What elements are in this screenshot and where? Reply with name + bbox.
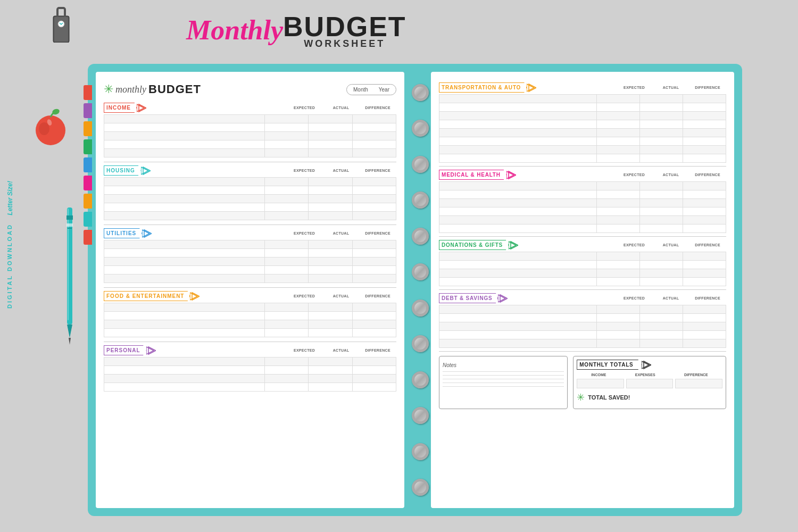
svg-rect-12 bbox=[66, 215, 73, 220]
housing-section: HOUSING EXPECTED ACTUAL DIFFERENCE bbox=[104, 165, 396, 220]
food-actual-col: ACTUAL bbox=[325, 294, 357, 298]
title-worksheet: WORKSHEET bbox=[283, 38, 406, 49]
table-row bbox=[439, 146, 726, 154]
income-difference-col: DIFFERENCE bbox=[359, 106, 396, 110]
svg-marker-20 bbox=[144, 230, 152, 237]
totals-header: MONTHLY TOTALS bbox=[577, 360, 722, 370]
total-saved-row: ✳ TOTAL SAVED! bbox=[577, 392, 722, 403]
table-row bbox=[439, 190, 726, 199]
page-header: ✳ monthly BUDGET Month Year bbox=[104, 82, 396, 96]
table-row bbox=[104, 257, 396, 266]
donations-difference-col: DIFFERENCE bbox=[689, 243, 726, 247]
ring bbox=[412, 120, 429, 137]
utilities-expected-col: EXPECTED bbox=[286, 231, 323, 235]
pen-decoration bbox=[64, 207, 73, 346]
food-label: FOOD & ENTERTAINMENT bbox=[104, 291, 190, 301]
table-row bbox=[104, 320, 396, 329]
svg-rect-14 bbox=[68, 228, 72, 229]
transport-difference-col: DIFFERENCE bbox=[689, 86, 726, 89]
donations-table bbox=[439, 252, 726, 286]
binder: ✳ monthly BUDGET Month Year INCOME EXPEC… bbox=[88, 64, 742, 516]
housing-expected-col: EXPECTED bbox=[286, 169, 323, 172]
tab-green bbox=[84, 139, 92, 154]
donations-actual-col: ACTUAL bbox=[655, 243, 687, 247]
table-row bbox=[104, 186, 396, 195]
svg-marker-18 bbox=[143, 167, 151, 174]
income-label: INCOME bbox=[104, 103, 137, 113]
transport-label: TRANSPORTATION & AUTO bbox=[439, 82, 527, 93]
utilities-section: UTILITIES EXPECTED ACTUAL DIFFERENCE bbox=[104, 228, 396, 283]
table-row bbox=[104, 132, 396, 140]
debt-expected-col: EXPECTED bbox=[616, 296, 653, 300]
table-row bbox=[104, 240, 396, 249]
table-row bbox=[104, 383, 396, 392]
bottom-row: Notes MONTHLY TOTALS INCOME EXPENSES DIF… bbox=[439, 356, 726, 409]
total-saved-label: TOTAL SAVED! bbox=[588, 394, 630, 401]
debt-label: DEBT & SAVINGS bbox=[439, 293, 498, 303]
svg-marker-28 bbox=[509, 171, 516, 179]
table-row bbox=[439, 339, 726, 348]
housing-label: HOUSING bbox=[104, 165, 141, 176]
letter-size-text: Letter Size! bbox=[6, 181, 14, 215]
debt-arrow bbox=[498, 294, 508, 303]
table-row bbox=[439, 278, 726, 286]
logo: ✳ monthly BUDGET bbox=[104, 82, 201, 96]
table-row bbox=[104, 178, 396, 186]
medical-expected-col: EXPECTED bbox=[616, 173, 653, 177]
side-text: Letter Size! DIGITAL DOWNLOAD bbox=[6, 181, 14, 309]
medical-section: MEDICAL & HEALTH EXPECTED ACTUAL DIFFERE… bbox=[439, 170, 726, 233]
housing-table bbox=[104, 177, 396, 220]
debt-actual-col: ACTUAL bbox=[655, 296, 687, 300]
personal-header: PERSONAL bbox=[104, 345, 156, 355]
personal-actual-col: ACTUAL bbox=[325, 348, 357, 352]
ring bbox=[412, 228, 429, 245]
donations-expected-col: EXPECTED bbox=[616, 243, 653, 247]
food-arrow bbox=[190, 292, 200, 301]
debt-header: DEBT & SAVINGS bbox=[439, 293, 508, 303]
transport-actual-col: ACTUAL bbox=[655, 86, 687, 89]
totals-income-cell bbox=[577, 379, 624, 388]
utilities-actual-col: ACTUAL bbox=[325, 231, 357, 235]
housing-arrow bbox=[141, 166, 151, 176]
tab-purple bbox=[84, 103, 92, 118]
totals-difference-cell bbox=[675, 379, 722, 388]
spiral-rings bbox=[410, 64, 431, 516]
tab-teal bbox=[84, 212, 92, 227]
housing-difference-col: DIFFERENCE bbox=[359, 169, 396, 172]
ring bbox=[412, 335, 429, 352]
table-row bbox=[439, 314, 726, 322]
svg-rect-13 bbox=[66, 223, 73, 227]
food-difference-col: DIFFERENCE bbox=[359, 294, 396, 298]
ring bbox=[412, 443, 429, 460]
table-row bbox=[439, 103, 726, 112]
tab-red bbox=[84, 85, 92, 100]
medical-difference-col: DIFFERENCE bbox=[689, 173, 726, 177]
table-row bbox=[104, 266, 396, 275]
table-row bbox=[439, 199, 726, 207]
table-row bbox=[439, 322, 726, 331]
tab-blue bbox=[84, 157, 92, 172]
food-table bbox=[104, 303, 396, 337]
income-section: INCOME EXPECTED ACTUAL DIFFERENCE bbox=[104, 103, 396, 157]
totals-income-col: INCOME bbox=[591, 373, 606, 377]
title-monthly: Monthly bbox=[186, 14, 283, 46]
monthly-totals-box: MONTHLY TOTALS INCOME EXPENSES DIFFERENC… bbox=[573, 356, 726, 409]
title-budget: BUDGET bbox=[283, 11, 406, 43]
personal-table bbox=[104, 357, 396, 392]
table-row bbox=[104, 140, 396, 149]
tab-strips-left bbox=[84, 85, 92, 245]
ring bbox=[412, 192, 429, 209]
table-row bbox=[104, 123, 396, 132]
ring bbox=[412, 407, 429, 424]
table-row bbox=[439, 154, 726, 163]
table-row bbox=[439, 305, 726, 314]
totals-difference-col: DIFFERENCE bbox=[684, 373, 708, 377]
logo-star: ✳ bbox=[104, 82, 113, 96]
food-section: FOOD & ENTERTAINMENT EXPECTED ACTUAL DIF… bbox=[104, 291, 396, 337]
medical-arrow bbox=[506, 170, 516, 180]
totals-expenses-cell bbox=[626, 379, 674, 388]
debt-section: DEBT & SAVINGS EXPECTED ACTUAL DIFFERENC… bbox=[439, 293, 726, 348]
debt-difference-col: DIFFERENCE bbox=[689, 296, 726, 300]
svg-marker-10 bbox=[67, 325, 72, 338]
donations-arrow bbox=[509, 240, 518, 250]
